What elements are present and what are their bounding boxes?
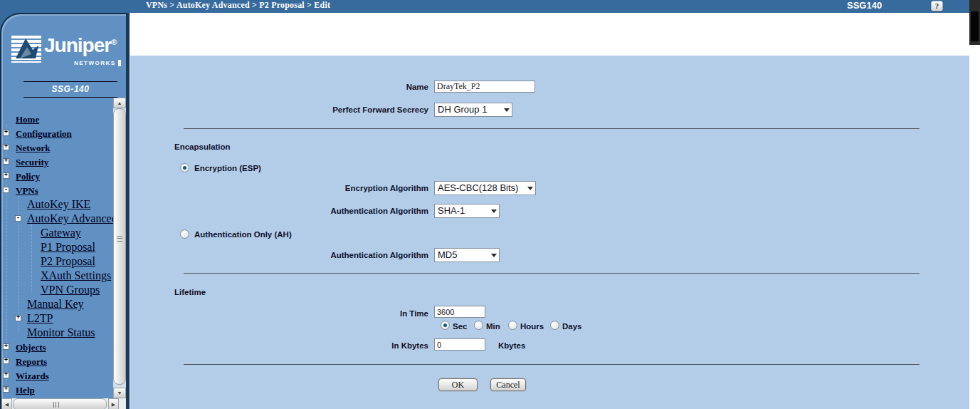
nav-row: P2 Proposal — [1, 254, 114, 269]
sidebar-item-reports[interactable]: Reports — [16, 356, 47, 367]
kbytes-suffix: Kbytes — [498, 341, 525, 350]
scroll-left-icon[interactable]: ◀ — [1, 398, 12, 409]
scrollbar-grip-icon — [53, 402, 59, 408]
expand-icon[interactable]: + — [3, 343, 9, 350]
ah-radio[interactable] — [180, 229, 189, 239]
in-time-input[interactable] — [434, 306, 485, 318]
device-name: SSG140 — [847, 0, 882, 13]
ah-authentication-algorithm-select[interactable]: MD5 — [434, 248, 500, 262]
expand-icon[interactable]: + — [3, 358, 9, 364]
encryption-algorithm-select[interactable]: AES-CBC(128 Bits) — [434, 181, 536, 195]
nav-row: +Wizards — [1, 368, 114, 383]
unit-sec-radio[interactable] — [441, 321, 450, 330]
brand-name: Juniper® — [44, 34, 117, 57]
pfs-label: Perfect Forward Secrecy — [280, 105, 428, 114]
window-scrollbar-thumb[interactable] — [971, 11, 979, 41]
sidebar-item-vpns[interactable]: VPNs — [16, 185, 38, 196]
esp-label: Encryption (ESP) — [194, 164, 261, 172]
pfs-select[interactable]: DH Group 1 — [434, 103, 512, 117]
sidebar-item-network[interactable]: Network — [16, 143, 50, 153]
chevron-down-icon — [504, 108, 510, 112]
expand-icon[interactable]: + — [3, 386, 9, 393]
sidebar-item-l2tp[interactable]: L2TP — [27, 312, 53, 324]
p2-proposal-form: Name Perfect Forward Secrecy DH Group 1 … — [130, 56, 969, 409]
nav-row: -AutoKey Advanced — [1, 212, 114, 226]
unit-hours-radio[interactable] — [508, 321, 517, 330]
sidebar-item-home[interactable]: Home — [16, 114, 39, 125]
sidebar-item-wizards[interactable]: Wizards — [16, 371, 49, 381]
scroll-down-icon[interactable]: ▼ — [113, 388, 126, 398]
model-label: SSG-140 — [23, 84, 117, 94]
expand-icon[interactable]: + — [3, 144, 9, 150]
nav-row: +Reports — [1, 354, 114, 368]
nav-row: +L2TP — [1, 311, 114, 326]
sidebar-item-help[interactable]: Help — [16, 385, 35, 395]
collapse-icon[interactable]: - — [15, 215, 21, 222]
sidebar-horizontal-scrollbar[interactable]: ◀ ▶ — [1, 398, 126, 409]
cancel-button[interactable]: Cancel — [490, 378, 526, 391]
page-root: VPNs > AutoKey Advanced > P2 Proposal > … — [0, 0, 980, 409]
sidebar-item-gateway[interactable]: Gateway — [41, 227, 81, 239]
esp-authentication-algorithm-label: Authentication Algorithm — [280, 207, 428, 215]
encryption-algorithm-label: Encryption Algorithm — [280, 184, 428, 192]
in-kbytes-label: In Kbytes — [280, 341, 428, 350]
expand-icon[interactable]: + — [3, 130, 9, 136]
sidebar-vertical-scrollbar-thumb[interactable] — [113, 108, 126, 385]
sidebar-item-objects[interactable]: Objects — [16, 342, 46, 353]
collapse-icon[interactable]: - — [3, 187, 9, 193]
nav-row: VPN Groups — [1, 283, 114, 297]
encryption-algorithm-value: AES-CBC(128 Bits) — [438, 182, 518, 193]
sidebar-nav: Home+Configuration+Network+Security+Poli… — [1, 112, 114, 397]
expand-icon[interactable]: + — [3, 372, 9, 378]
nav-row: +Security — [1, 155, 114, 169]
nav-row: +Network — [1, 140, 114, 155]
brand-subtitle: NETWORKS — [74, 60, 121, 66]
expand-icon[interactable]: + — [15, 315, 21, 321]
sidebar-vertical-scrollbar[interactable]: ▲ ▼ — [113, 98, 126, 398]
sidebar-item-vpn-groups[interactable]: VPN Groups — [41, 284, 100, 296]
sidebar-item-autokey-advanced[interactable]: AutoKey Advanced — [27, 212, 117, 224]
window-scrollbar-track[interactable] — [969, 0, 980, 45]
name-label: Name — [280, 83, 428, 91]
nav-row: +Objects — [1, 340, 114, 354]
divider — [184, 364, 920, 365]
nav-row: +Configuration — [1, 126, 114, 140]
sidebar-item-xauth-settings[interactable]: XAuth Settings — [41, 269, 111, 281]
nav-row: +Help — [1, 383, 114, 397]
nav-row: -VPNs — [1, 183, 114, 197]
sidebar-item-p2-proposal[interactable]: P2 Proposal — [41, 255, 95, 267]
ok-button[interactable]: OK — [438, 378, 478, 391]
sidebar-item-manual-key[interactable]: Manual Key — [27, 298, 84, 310]
unit-min-radio[interactable] — [474, 321, 483, 330]
nav-row: Gateway — [1, 226, 114, 240]
ah-label: Authentication Only (AH) — [194, 230, 292, 239]
in-kbytes-input[interactable] — [434, 338, 485, 351]
scroll-up-icon[interactable]: ▲ — [113, 98, 126, 108]
nav-row: Monitor Status — [1, 326, 114, 340]
sidebar-item-configuration[interactable]: Configuration — [16, 128, 72, 139]
help-icon[interactable]: ? — [931, 1, 943, 11]
divider — [184, 273, 920, 274]
scroll-right-icon[interactable]: ▶ — [108, 398, 119, 409]
esp-authentication-algorithm-select[interactable]: SHA-1 — [434, 204, 500, 218]
divider — [184, 128, 920, 129]
sidebar: Juniper® NETWORKS SSG-140 Home+Configura… — [0, 13, 130, 409]
chevron-down-icon — [527, 187, 533, 190]
unit-days-radio[interactable] — [550, 321, 559, 330]
name-input[interactable] — [434, 81, 535, 93]
nav-row: P1 Proposal — [1, 240, 114, 254]
esp-authentication-algorithm-value: SHA-1 — [438, 205, 465, 216]
sidebar-item-p1-proposal[interactable]: P1 Proposal — [41, 241, 95, 253]
sidebar-item-monitor-status[interactable]: Monitor Status — [27, 326, 95, 338]
expand-icon[interactable]: + — [3, 172, 9, 179]
sidebar-horizontal-scrollbar-thumb[interactable] — [13, 398, 107, 409]
encapsulation-heading: Encapsulation — [174, 143, 231, 151]
sidebar-item-autokey-ike[interactable]: AutoKey IKE — [27, 198, 90, 210]
unit-min-label: Min — [486, 322, 500, 331]
esp-radio[interactable] — [180, 163, 189, 172]
sidebar-item-security[interactable]: Security — [16, 157, 48, 167]
sidebar-item-policy[interactable]: Policy — [16, 171, 40, 182]
expand-icon[interactable]: + — [3, 158, 9, 165]
chevron-down-icon — [491, 254, 497, 257]
nav-row: Home — [1, 112, 114, 126]
